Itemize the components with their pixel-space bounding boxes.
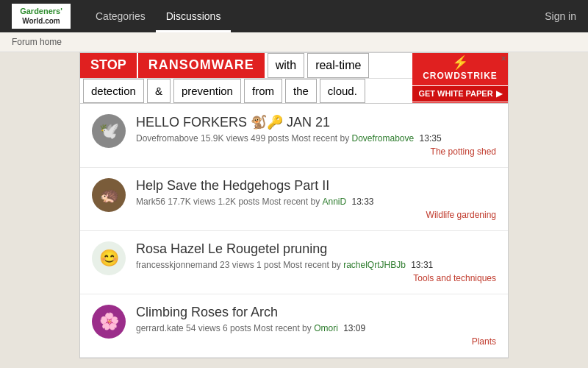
- forum-thread-list: 🕊️ HELLO FORKERS 🐒🔑 JAN 21 Dovefromabove…: [79, 104, 509, 358]
- thread-posts: 6 posts: [223, 323, 254, 333]
- thread-meta: Mark56 17.7K views 1.2K posts Most recen…: [136, 197, 496, 207]
- thread-author[interactable]: gerrard.kate: [136, 323, 184, 333]
- sign-in-button[interactable]: Sign in: [545, 10, 576, 22]
- thread-avatar: 🕊️: [92, 114, 126, 148]
- crowdstrike-logo: ⚡ CROWDSTRIKE: [418, 54, 502, 81]
- thread-time: 13:35: [417, 133, 441, 144]
- ad-the: the: [285, 79, 317, 104]
- thread-most-recent-user[interactable]: rachelQrtJHBJb: [343, 260, 406, 270]
- arrow-icon: ▶: [496, 89, 502, 99]
- thread-category[interactable]: Plants: [136, 336, 496, 347]
- thread-views: 23 views: [218, 260, 257, 270]
- thread-avatar: 🌸: [92, 305, 126, 339]
- thread-title-link[interactable]: Help Save the Hedgehogs Part II: [136, 178, 329, 193]
- ad-cloud: cloud.: [320, 79, 365, 104]
- get-white-paper-button[interactable]: GET WHITE PAPER ▶: [412, 85, 508, 102]
- thread-content: HELLO FORKERS 🐒🔑 JAN 21 Dovefromabove 15…: [136, 114, 496, 157]
- ad-top-row: STOP RANSOMWARE with real-time: [80, 53, 412, 78]
- ad-left: STOP RANSOMWARE with real-time detection…: [80, 53, 412, 103]
- thread-meta: gerrard.kate 54 views 6 posts Most recen…: [136, 323, 496, 333]
- logo-text-bottom: World.com: [18, 17, 65, 26]
- thread-posts: 499 posts: [251, 133, 291, 144]
- thread-author[interactable]: francesskjonnemand: [136, 260, 218, 270]
- thread-most-recent-user[interactable]: Dovefromabove: [352, 133, 415, 144]
- ad-prevention: prevention: [173, 79, 241, 104]
- thread-most-recent-label: Most recent by: [262, 197, 322, 207]
- ad-bottom-row: detection & prevention from the cloud.: [80, 78, 412, 104]
- thread-author[interactable]: Mark56: [136, 197, 165, 207]
- thread-avatar: 🦔: [92, 178, 126, 212]
- thread-most-recent-label: Most recent by: [283, 260, 343, 270]
- thread-posts: 1.2K posts: [218, 197, 262, 207]
- thread-time: 13:33: [349, 197, 373, 207]
- ad-stop: STOP: [80, 53, 137, 78]
- ad-with: with: [268, 53, 304, 78]
- header: Gardeners' World.com Categories Discussi…: [0, 0, 588, 32]
- thread-meta: francesskjonnemand 23 views 1 post Most …: [136, 260, 496, 270]
- thread-item: 🌸 Climbing Roses for Arch gerrard.kate 5…: [80, 294, 508, 358]
- thread-time: 13:31: [409, 260, 433, 270]
- thread-avatar: 😊: [92, 241, 126, 275]
- thread-category[interactable]: Tools and techniques: [136, 273, 496, 283]
- thread-most-recent-label: Most recent by: [254, 323, 314, 333]
- thread-most-recent-label: Most recent by: [291, 133, 351, 144]
- thread-views: 15.9K views: [198, 133, 251, 144]
- thread-category[interactable]: The potting shed: [136, 146, 496, 157]
- logo-text-top: Gardeners': [18, 7, 65, 16]
- nav-discussions[interactable]: Discussions: [156, 0, 232, 32]
- thread-most-recent-user[interactable]: AnniD: [322, 197, 346, 207]
- ad-close-icon[interactable]: ✕: [501, 54, 506, 63]
- nav-categories[interactable]: Categories: [85, 0, 156, 32]
- breadcrumb: Forum home: [0, 32, 588, 52]
- thread-item: 🕊️ HELLO FORKERS 🐒🔑 JAN 21 Dovefromabove…: [80, 104, 508, 168]
- site-logo[interactable]: Gardeners' World.com: [12, 4, 71, 28]
- ad-amp: &: [147, 79, 171, 104]
- thread-title-link[interactable]: Climbing Roses for Arch: [136, 305, 278, 319]
- thread-title[interactable]: Help Save the Hedgehogs Part II: [136, 178, 496, 194]
- thread-posts: 1 post: [257, 260, 283, 270]
- thread-title-link[interactable]: HELLO FORKERS 🐒🔑 JAN 21: [136, 115, 330, 130]
- thread-category[interactable]: Wildlife gardening: [136, 210, 496, 220]
- thread-meta: Dovefromabove 15.9K views 499 posts Most…: [136, 133, 496, 144]
- thread-title[interactable]: HELLO FORKERS 🐒🔑 JAN 21: [136, 114, 496, 130]
- breadcrumb-link[interactable]: Forum home: [12, 37, 62, 47]
- ad-right[interactable]: ⚡ CROWDSTRIKE GET WHITE PAPER ▶: [412, 53, 508, 103]
- thread-author[interactable]: Dovefromabove: [136, 133, 198, 144]
- ad-realtime: real-time: [307, 53, 369, 78]
- ad-banner: STOP RANSOMWARE with real-time detection…: [79, 52, 509, 104]
- ad-from: from: [244, 79, 282, 104]
- thread-item: 😊 Rosa Hazel Le Rougetel pruning frances…: [80, 231, 508, 294]
- thread-views: 17.7K views: [165, 197, 218, 207]
- ad-ransomware: RANSOMWARE: [138, 53, 265, 78]
- thread-content: Climbing Roses for Arch gerrard.kate 54 …: [136, 305, 496, 347]
- thread-time: 13:09: [341, 323, 365, 333]
- thread-content: Help Save the Hedgehogs Part II Mark56 1…: [136, 178, 496, 220]
- thread-title[interactable]: Rosa Hazel Le Rougetel pruning: [136, 241, 496, 257]
- thread-item: 🦔 Help Save the Hedgehogs Part II Mark56…: [80, 168, 508, 231]
- thread-most-recent-user[interactable]: Omori: [314, 323, 338, 333]
- thread-title-link[interactable]: Rosa Hazel Le Rougetel pruning: [136, 241, 327, 256]
- ad-detection: detection: [83, 79, 144, 104]
- thread-views: 54 views: [184, 323, 223, 333]
- thread-title[interactable]: Climbing Roses for Arch: [136, 305, 496, 320]
- thread-content: Rosa Hazel Le Rougetel pruning francessk…: [136, 241, 496, 283]
